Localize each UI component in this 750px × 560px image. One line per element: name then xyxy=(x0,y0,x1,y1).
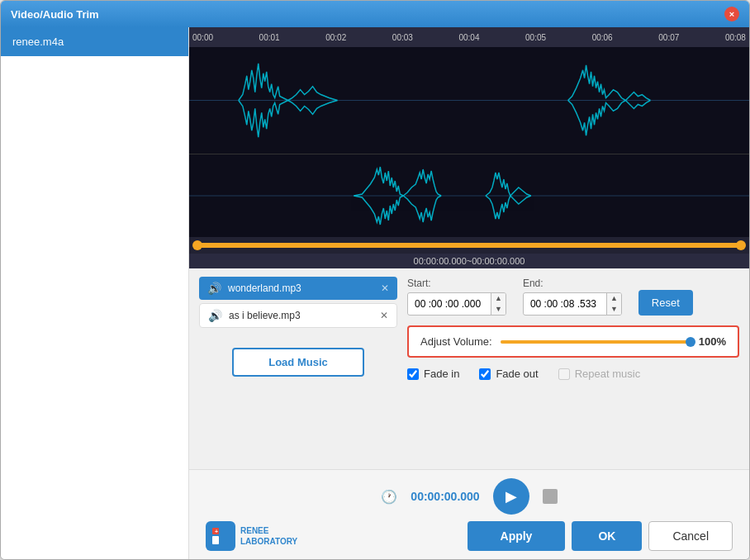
right-panel: 00:00 00:01 00:02 00:03 00:04 00:05 00:0… xyxy=(189,27,749,559)
repeat-music-checkbox xyxy=(558,368,570,380)
volume-box: Adjust Volume: 100% xyxy=(407,325,739,358)
fade-out-checkbox-label[interactable]: Fade out xyxy=(479,368,538,380)
range-track[interactable] xyxy=(196,243,743,248)
ok-button[interactable]: OK xyxy=(572,521,642,551)
settings-panel: Start: ▲ ▼ End: xyxy=(407,277,739,461)
ruler-mark-2: 00:02 xyxy=(325,33,346,42)
end-time-spinners: ▲ ▼ xyxy=(606,293,621,315)
title-bar: Video/Audio Trim × xyxy=(1,1,749,27)
ruler-mark-0: 00:00 xyxy=(192,33,213,42)
music-list-panel: 🔊 wonderland.mp3 ✕ 🔊 as i believe.mp3 ✕ … xyxy=(199,277,397,461)
ruler-mark-7: 00:07 xyxy=(658,33,679,42)
end-label: End: xyxy=(523,278,622,289)
sidebar: renee.m4a xyxy=(1,27,189,559)
bottom-wrapper: 🕐 00:00:00.000 ▶ xyxy=(189,469,749,559)
cancel-button[interactable]: Cancel xyxy=(648,521,733,551)
range-handle-left[interactable] xyxy=(192,240,202,250)
ruler-mark-5: 00:05 xyxy=(525,33,546,42)
ruler-mark-6: 00:06 xyxy=(592,33,613,42)
music-item-wonderland[interactable]: 🔊 wonderland.mp3 ✕ xyxy=(199,277,397,300)
controls-area: 🔊 wonderland.mp3 ✕ 🔊 as i believe.mp3 ✕ … xyxy=(189,268,749,469)
fade-out-checkbox[interactable] xyxy=(479,368,491,380)
volume-slider[interactable] xyxy=(501,340,691,344)
range-handle-right[interactable] xyxy=(736,240,746,250)
playback-time: 00:00:00.000 xyxy=(411,490,479,503)
music-name-as-i-believe: as i believe.mp3 xyxy=(229,310,373,321)
end-time-down[interactable]: ▼ xyxy=(607,304,621,315)
repeat-music-checkbox-label[interactable]: Repeat music xyxy=(558,368,640,380)
start-time-input[interactable] xyxy=(408,294,491,314)
ruler-mark-8: 00:08 xyxy=(725,33,746,42)
start-time-input-wrap: ▲ ▼ xyxy=(407,292,506,316)
music-name-wonderland: wonderland.mp3 xyxy=(228,282,374,294)
ruler-marks: 00:00 00:01 00:02 00:03 00:04 00:05 00:0… xyxy=(192,33,746,42)
volume-label: Adjust Volume: xyxy=(420,335,492,348)
range-fill xyxy=(196,243,743,248)
play-button[interactable]: ▶ xyxy=(493,478,529,515)
logo-svg: + xyxy=(211,526,230,546)
svg-rect-4 xyxy=(212,536,219,544)
timeline-ruler: 00:00 00:01 00:02 00:03 00:04 00:05 00:0… xyxy=(189,27,749,47)
main-content: renee.m4a 00:00 00:01 00:02 00:03 00:04 … xyxy=(1,27,749,559)
time-row: Start: ▲ ▼ End: xyxy=(407,277,739,316)
fade-out-label: Fade out xyxy=(496,368,538,380)
volume-thumb[interactable] xyxy=(686,337,695,347)
time-range-bar[interactable] xyxy=(189,237,749,254)
waveform-container: 00:00 00:01 00:02 00:03 00:04 00:05 00:0… xyxy=(189,27,749,268)
time-label: 00:00:00.000~00:00:00.000 xyxy=(189,254,749,268)
start-time-up[interactable]: ▲ xyxy=(491,293,506,304)
start-time-field: Start: ▲ ▼ xyxy=(407,278,506,316)
waveform-video-svg xyxy=(189,47,749,154)
music-item-as-i-believe[interactable]: 🔊 as i believe.mp3 ✕ xyxy=(199,303,397,328)
apply-button[interactable]: Apply xyxy=(468,521,566,551)
end-time-field: End: ▲ ▼ xyxy=(523,278,622,316)
ruler-mark-3: 00:03 xyxy=(392,33,413,42)
volume-percent: 100% xyxy=(699,335,726,348)
end-time-input[interactable] xyxy=(524,294,606,314)
end-time-input-wrap: ▲ ▼ xyxy=(523,292,622,316)
main-window: Video/Audio Trim × renee.m4a 00:00 00:01… xyxy=(0,0,750,560)
logo-area: + RENEE Laboratory xyxy=(206,521,297,551)
volume-fill xyxy=(501,340,691,344)
load-music-button[interactable]: Load Music xyxy=(232,348,364,377)
fade-in-label: Fade in xyxy=(424,368,459,380)
waveform-audio-svg xyxy=(189,154,749,237)
ruler-mark-1: 00:01 xyxy=(259,33,280,42)
close-button[interactable]: × xyxy=(724,7,739,21)
clock-icon: 🕐 xyxy=(381,489,397,505)
fade-in-checkbox-label[interactable]: Fade in xyxy=(407,368,459,380)
waveform-video[interactable] xyxy=(189,47,749,154)
reset-button[interactable]: Reset xyxy=(638,290,693,316)
start-time-down[interactable]: ▼ xyxy=(491,304,506,315)
logo-text: RENEE Laboratory xyxy=(240,525,297,547)
start-label: Start: xyxy=(407,278,506,289)
waveform-audio[interactable] xyxy=(189,154,749,237)
end-time-up[interactable]: ▲ xyxy=(607,293,621,304)
logo-icon: + xyxy=(206,521,235,551)
playback-row: 🕐 00:00:00.000 ▶ xyxy=(206,478,733,515)
repeat-music-label: Repeat music xyxy=(575,368,640,380)
action-row: + RENEE Laboratory Apply OK Ca xyxy=(206,521,733,551)
window-title: Video/Audio Trim xyxy=(11,8,724,21)
sidebar-item-renee-m4a[interactable]: renee.m4a xyxy=(1,27,188,56)
checkbox-row: Fade in Fade out Repeat music xyxy=(407,368,739,380)
music-close-wonderland[interactable]: ✕ xyxy=(381,282,389,294)
music-icon-wonderland: 🔊 xyxy=(207,282,221,295)
music-icon-as-i-believe: 🔊 xyxy=(208,309,222,322)
svg-text:+: + xyxy=(215,529,218,534)
ruler-mark-4: 00:04 xyxy=(458,33,479,42)
music-close-as-i-believe[interactable]: ✕ xyxy=(380,310,388,321)
fade-in-checkbox[interactable] xyxy=(407,368,419,380)
bottom-bar: 🕐 00:00:00.000 ▶ xyxy=(189,469,749,559)
stop-button[interactable] xyxy=(543,489,558,504)
start-time-spinners: ▲ ▼ xyxy=(491,293,506,315)
